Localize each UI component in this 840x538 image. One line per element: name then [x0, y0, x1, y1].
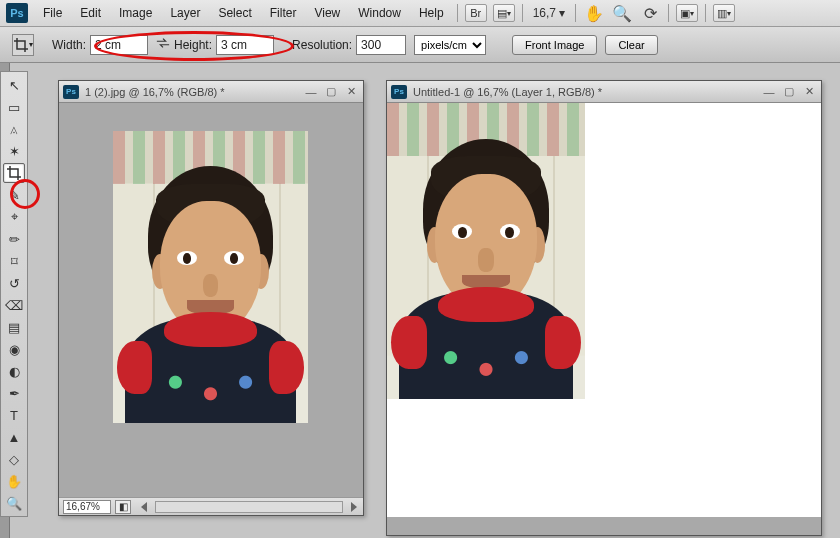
document-title: 1 (2).jpg @ 16,7% (RGB/8) * [85, 86, 225, 98]
move-tool[interactable]: ↖ [3, 75, 25, 95]
canvas-area[interactable] [59, 103, 363, 497]
zoom-display[interactable]: 16,7 ▾ [527, 6, 572, 20]
close-button[interactable]: ✕ [343, 85, 359, 99]
swap-dimensions-icon[interactable] [156, 37, 170, 52]
resolution-input[interactable]: 300 [356, 35, 406, 55]
maximize-button[interactable]: ▢ [781, 85, 797, 99]
rotate-view-icon[interactable]: ⟳ [640, 4, 660, 22]
resolution-units-select[interactable]: pixels/cm [414, 35, 486, 55]
front-image-button[interactable]: Front Image [512, 35, 597, 55]
type-tool[interactable]: T [3, 405, 25, 425]
gradient-tool[interactable]: ▤ [3, 317, 25, 337]
ps-mini-icon: Ps [63, 85, 79, 99]
document-title: Untitled-1 @ 16,7% (Layer 1, RGB/8) * [413, 86, 602, 98]
menubar: Ps File Edit Image Layer Select Filter V… [0, 0, 840, 27]
menu-layer[interactable]: Layer [161, 2, 209, 24]
scroll-right-icon[interactable] [351, 502, 357, 512]
marquee-tool[interactable]: ▭ [3, 97, 25, 117]
menu-filter[interactable]: Filter [261, 2, 306, 24]
blur-tool[interactable]: ◉ [3, 339, 25, 359]
photoshop-logo: Ps [6, 3, 28, 23]
titlebar[interactable]: Ps Untitled-1 @ 16,7% (Layer 1, RGB/8) *… [387, 81, 821, 103]
height-label: Height: [174, 38, 212, 52]
menu-window[interactable]: Window [349, 2, 410, 24]
hand-tool[interactable]: ✋ [3, 471, 25, 491]
eraser-tool[interactable]: ⌫ [3, 295, 25, 315]
screen-mode-button[interactable]: ▣▾ [676, 4, 698, 22]
document-window-2: Ps Untitled-1 @ 16,7% (Layer 1, RGB/8) *… [386, 80, 822, 536]
bridge-button[interactable]: Br [465, 4, 487, 22]
menu-image[interactable]: Image [110, 2, 161, 24]
close-button[interactable]: ✕ [801, 85, 817, 99]
titlebar[interactable]: Ps 1 (2).jpg @ 16,7% (RGB/8) * — ▢ ✕ [59, 81, 363, 103]
zoom-icon[interactable]: 🔍 [612, 4, 632, 22]
menu-edit[interactable]: Edit [71, 2, 110, 24]
history-brush-tool[interactable]: ↺ [3, 273, 25, 293]
rectangle-tool[interactable]: ◇ [3, 449, 25, 469]
height-input[interactable]: 3 cm [216, 35, 274, 55]
clone-stamp-tool[interactable]: ⌑ [3, 251, 25, 271]
dodge-tool[interactable]: ◐ [3, 361, 25, 381]
clear-button[interactable]: Clear [605, 35, 657, 55]
eyedropper-tool[interactable]: ✎ [3, 185, 25, 205]
hand-icon[interactable]: ✋ [584, 4, 604, 22]
crop-options-icon[interactable]: ▾ [12, 34, 34, 56]
divider [457, 4, 458, 22]
minimize-button[interactable]: — [761, 85, 777, 99]
workspace-button[interactable]: ▥▾ [713, 4, 735, 22]
width-label: Width: [52, 38, 86, 52]
document-info-icon[interactable]: ◧ [115, 500, 131, 514]
canvas-area[interactable] [387, 103, 821, 517]
divider [668, 4, 669, 22]
divider [522, 4, 523, 22]
healing-brush-tool[interactable]: ⌖ [3, 207, 25, 227]
zoom-tool[interactable]: 🔍 [3, 493, 25, 513]
lasso-tool[interactable]: ⟑ [3, 119, 25, 139]
pasted-layer[interactable] [387, 103, 585, 399]
menu-select[interactable]: Select [209, 2, 260, 24]
menu-file[interactable]: File [34, 2, 71, 24]
options-bar: ▾ Width: 2 cm Height: 3 cm Resolution: 3… [0, 27, 840, 63]
film-button[interactable]: ▤▾ [493, 4, 515, 22]
divider [575, 4, 576, 22]
width-input[interactable]: 2 cm [90, 35, 148, 55]
path-selection-tool[interactable]: ▲ [3, 427, 25, 447]
crop-tool[interactable] [3, 163, 25, 183]
menu-view[interactable]: View [305, 2, 349, 24]
maximize-button[interactable]: ▢ [323, 85, 339, 99]
scroll-left-icon[interactable] [141, 502, 147, 512]
pen-tool[interactable]: ✒ [3, 383, 25, 403]
brush-tool[interactable]: ✏ [3, 229, 25, 249]
h-scrollbar[interactable] [155, 501, 343, 513]
resolution-label: Resolution: [292, 38, 352, 52]
magic-wand-tool[interactable]: ✶ [3, 141, 25, 161]
zoom-level-field[interactable]: 16,67% [63, 500, 111, 514]
status-bar: 16,67% ◧ [59, 497, 363, 515]
toolbox: ↖▭⟑✶✎⌖✏⌑↺⌫▤◉◐✒T▲◇✋🔍 [0, 71, 28, 517]
document-window-1: Ps 1 (2).jpg @ 16,7% (RGB/8) * — ▢ ✕ 16,… [58, 80, 364, 516]
ps-mini-icon: Ps [391, 85, 407, 99]
menu-help[interactable]: Help [410, 2, 453, 24]
divider [705, 4, 706, 22]
minimize-button[interactable]: — [303, 85, 319, 99]
image-content [113, 131, 308, 423]
